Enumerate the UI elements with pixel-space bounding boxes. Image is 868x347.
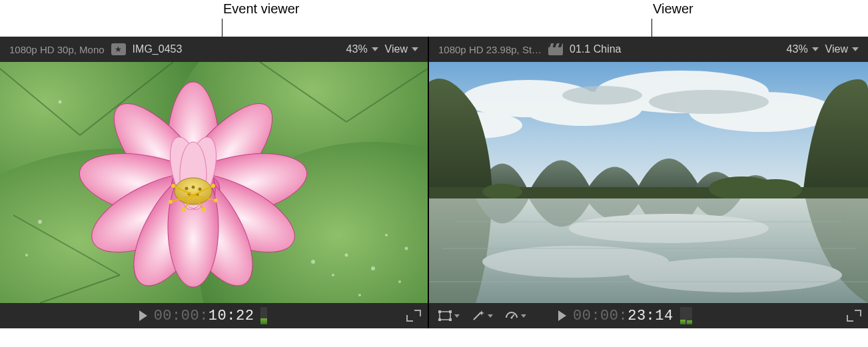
project-clip-icon [548, 43, 563, 55]
zoom-dropdown[interactable]: 43% [346, 43, 378, 55]
svg-point-67 [569, 214, 769, 243]
viewer-footer: 00:00:23:14 [429, 303, 868, 328]
view-menu[interactable]: View [825, 43, 859, 55]
svg-point-18 [25, 254, 28, 256]
svg-point-51 [211, 184, 215, 188]
timecode[interactable]: 00:00:23:14 [573, 308, 673, 324]
audio-meter[interactable] [260, 307, 267, 324]
svg-rect-73 [440, 312, 450, 320]
timecode-bright: 23:14 [628, 308, 673, 324]
view-label: View [825, 43, 848, 55]
zoom-value: 43% [787, 43, 808, 55]
svg-point-53 [202, 208, 206, 212]
svg-point-36 [175, 178, 212, 204]
chevron-down-icon [488, 314, 493, 318]
favorite-clip-icon: ★ [111, 43, 126, 55]
svg-point-16 [59, 101, 62, 104]
viewer-header: 1080p HD 23.98p, St… 01.1 China 43% View [429, 37, 868, 62]
fullscreen-button[interactable] [847, 310, 861, 322]
clip-name: 01.1 China [570, 43, 779, 55]
svg-point-20 [385, 234, 388, 236]
timecode-dim: 00:00: [154, 308, 209, 324]
enhance-tool[interactable] [469, 308, 496, 323]
timecode-bright: 10:22 [209, 308, 254, 324]
chevron-down-icon [812, 47, 819, 51]
chevron-down-icon [521, 314, 526, 318]
svg-point-61 [562, 86, 642, 105]
svg-point-15 [398, 280, 401, 283]
svg-point-49 [171, 184, 175, 188]
svg-point-39 [199, 188, 202, 191]
svg-point-80 [511, 317, 513, 319]
event-viewer-panel: 1080p HD 30p, Mono ★ IMG_0453 43% View [0, 37, 429, 328]
svg-point-60 [649, 90, 769, 114]
svg-rect-74 [438, 310, 441, 313]
svg-point-14 [371, 266, 375, 270]
transform-tool[interactable] [436, 309, 462, 322]
view-label: View [385, 43, 408, 55]
format-info: 1080p HD 30p, Mono [9, 44, 105, 55]
svg-point-21 [405, 247, 408, 250]
clip-name: IMG_0453 [133, 43, 340, 55]
svg-point-13 [345, 254, 348, 257]
event-viewer-viewport[interactable] [0, 62, 428, 303]
svg-point-38 [192, 186, 195, 189]
retime-tool[interactable] [502, 308, 529, 323]
svg-point-65 [482, 184, 522, 200]
svg-rect-75 [449, 310, 452, 313]
view-menu[interactable]: View [385, 43, 418, 55]
chevron-down-icon [412, 47, 418, 51]
viewer-panel: 1080p HD 23.98p, St… 01.1 China 43% View [429, 37, 868, 328]
svg-point-50 [214, 198, 218, 202]
svg-rect-76 [438, 318, 441, 321]
fullscreen-button[interactable] [406, 310, 421, 322]
svg-line-78 [474, 312, 481, 320]
annotation-line [651, 19, 652, 37]
audio-meter[interactable] [680, 307, 692, 324]
svg-point-22 [358, 294, 361, 296]
chevron-down-icon [454, 314, 460, 318]
event-viewer-header: 1080p HD 30p, Mono ★ IMG_0453 43% View [0, 37, 428, 62]
chevron-down-icon [372, 47, 378, 51]
play-button[interactable] [139, 310, 147, 321]
viewer-viewport[interactable] [429, 62, 868, 303]
format-info: 1080p HD 23.98p, St… [438, 44, 542, 55]
annotation-event-viewer: Event viewer [223, 1, 300, 17]
event-viewer-footer: 00:00:10:22 [0, 303, 428, 328]
svg-point-37 [185, 187, 189, 190]
svg-point-48 [169, 200, 173, 204]
svg-point-64 [749, 179, 802, 200]
timecode-dim: 00:00: [573, 308, 628, 324]
svg-point-11 [311, 260, 315, 264]
svg-point-69 [629, 258, 842, 292]
zoom-dropdown[interactable]: 43% [787, 43, 819, 55]
svg-point-17 [38, 220, 42, 224]
zoom-value: 43% [346, 43, 368, 55]
svg-point-12 [332, 274, 334, 276]
chevron-down-icon [852, 47, 859, 51]
annotation-viewer: Viewer [653, 1, 693, 17]
annotation-line [222, 19, 222, 37]
svg-rect-77 [449, 318, 452, 321]
play-button[interactable] [558, 310, 566, 321]
timecode[interactable]: 00:00:10:22 [154, 308, 254, 324]
svg-point-52 [182, 208, 186, 212]
